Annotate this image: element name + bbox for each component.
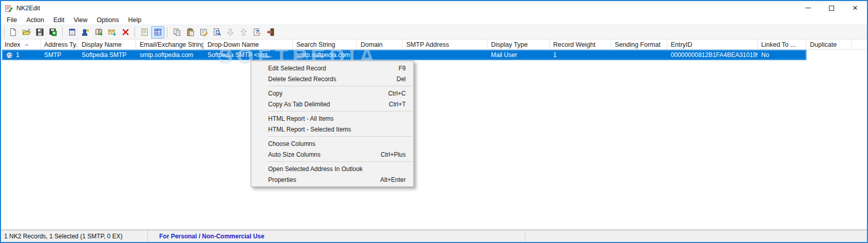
menu-edit[interactable]: Edit bbox=[49, 15, 69, 25]
nk2-record-icon bbox=[6, 51, 13, 59]
menu-bar: File Action Edit View Options Help bbox=[1, 15, 867, 25]
delete-records-button[interactable] bbox=[119, 26, 132, 39]
table-row[interactable]: 1 SMTP Softpedia SMTP smtp.softpedia.com… bbox=[2, 50, 806, 60]
column-header-sending-format[interactable]: Sending Format bbox=[611, 40, 667, 49]
menu-item-open-selected-address-in-outlook[interactable]: Open Selected Address In Outlook bbox=[251, 163, 413, 174]
menu-item-choose-columns[interactable]: Choose Columns bbox=[251, 138, 413, 149]
add-new-email-record-button[interactable] bbox=[105, 26, 119, 39]
toolbar-separator bbox=[62, 27, 63, 38]
menu-item-properties[interactable]: Properties Alt+Enter bbox=[251, 174, 413, 185]
window-title: NK2Edit bbox=[16, 5, 40, 12]
column-header-entryid[interactable]: EntryID bbox=[667, 40, 758, 49]
column-header-search-string[interactable]: Search String bbox=[293, 40, 357, 49]
cell-domain bbox=[357, 50, 403, 60]
menu-help[interactable]: Help bbox=[123, 15, 146, 25]
menu-item-copy-as-tab-delimited[interactable]: Copy As Tab Delimited Ctrl+T bbox=[251, 99, 413, 109]
grid-columns-button[interactable] bbox=[151, 26, 164, 39]
text-report-button[interactable] bbox=[138, 26, 151, 39]
find-button[interactable] bbox=[210, 26, 223, 39]
move-up-button[interactable] bbox=[237, 26, 250, 39]
column-header-index[interactable]: Index bbox=[1, 40, 41, 49]
column-label: Drop-Down Name bbox=[207, 41, 259, 48]
status-bar: 1 NK2 Records, 1 Selected (1 SMTP, 0 EX)… bbox=[1, 230, 867, 242]
column-header-domain[interactable]: Domain bbox=[357, 40, 403, 49]
cell-value: Mail User bbox=[491, 51, 517, 59]
envelope-plus-icon bbox=[108, 28, 117, 36]
menu-item-label: Auto Size Columns bbox=[268, 151, 320, 158]
cell-value: Softpedia SMTP <smt... bbox=[207, 51, 273, 59]
menu-item-shortcut: Alt+Enter bbox=[370, 176, 406, 183]
records-list: 1 SMTP Softpedia SMTP smtp.softpedia.com… bbox=[1, 50, 867, 230]
status-license-notice: For Personal / Non-Commercial Use bbox=[148, 230, 525, 242]
cell-search-string: smtp.softpedia.com bbox=[293, 50, 357, 60]
maximize-button[interactable] bbox=[820, 1, 843, 15]
column-label: Domain bbox=[361, 41, 383, 48]
cell-value: 00000000812B1FA4BEA310199D6E... bbox=[671, 51, 758, 59]
menu-item-auto-size-columns[interactable]: Auto Size Columns Ctrl+Plus bbox=[251, 149, 413, 160]
menu-item-delete-selected-records[interactable]: Delete Selected Records Del bbox=[251, 73, 413, 84]
minimize-icon bbox=[805, 8, 811, 8]
copy-button[interactable] bbox=[170, 26, 183, 39]
copy-icon bbox=[173, 28, 181, 36]
save-records-button[interactable] bbox=[46, 26, 60, 39]
new-file-button[interactable] bbox=[6, 26, 20, 39]
help-button[interactable]: ? bbox=[250, 26, 263, 39]
arrow-down-icon bbox=[226, 28, 235, 36]
paste-button[interactable] bbox=[183, 26, 197, 39]
move-down-button[interactable] bbox=[223, 26, 237, 39]
menu-action[interactable]: Action bbox=[22, 15, 49, 25]
column-header-linked-to[interactable]: Linked To ... bbox=[758, 40, 806, 49]
column-header-email-exchange-string[interactable]: Email/Exchange String bbox=[136, 40, 204, 49]
menu-item-shortcut: Ctrl+Plus bbox=[370, 151, 406, 158]
cell-display-type: Mail User bbox=[487, 50, 550, 60]
cell-email-exchange-string: smtp.softpedia.com bbox=[136, 50, 204, 60]
close-button[interactable]: ✕ bbox=[843, 1, 867, 15]
status-records-summary: 1 NK2 Records, 1 Selected (1 SMTP, 0 EX) bbox=[1, 230, 148, 242]
open-file-button[interactable] bbox=[20, 26, 33, 39]
menu-item-label: Copy As Tab Delimited bbox=[268, 101, 330, 108]
save-icon bbox=[35, 28, 44, 36]
exit-button[interactable] bbox=[263, 26, 277, 39]
menu-item-label: Open Selected Address In Outlook bbox=[268, 165, 363, 173]
column-label: Email/Exchange String bbox=[140, 41, 204, 48]
add-contact-icon bbox=[81, 28, 90, 36]
cell-value: Softpedia SMTP bbox=[82, 51, 126, 59]
record-form-icon bbox=[68, 28, 77, 36]
menu-item-label: Copy bbox=[268, 90, 282, 97]
cell-value: 1 bbox=[16, 51, 20, 59]
menu-options[interactable]: Options bbox=[92, 15, 123, 25]
menu-item-html-report-all-items[interactable]: HTML Report - All Items bbox=[251, 113, 413, 124]
toolbar-separator bbox=[167, 27, 167, 38]
menu-item-shortcut: F9 bbox=[388, 65, 406, 72]
menu-item-shortcut: Del bbox=[386, 76, 406, 83]
menu-item-copy[interactable]: Copy Ctrl+C bbox=[251, 88, 413, 99]
context-menu: Edit Selected Record F9 Delete Selected … bbox=[251, 61, 414, 187]
cell-entryid: 00000000812B1FA4BEA310199D6E... bbox=[667, 50, 758, 60]
menu-view[interactable]: View bbox=[69, 15, 92, 25]
column-header-display-name[interactable]: Display Name bbox=[78, 40, 136, 49]
app-window: NK2Edit ✕ File Action Edit View Options … bbox=[0, 0, 868, 243]
menu-item-shortcut: Ctrl+C bbox=[378, 90, 406, 97]
save-file-button[interactable] bbox=[33, 26, 46, 39]
edit-record-button[interactable] bbox=[197, 26, 210, 39]
menu-item-html-report-selected-items[interactable]: HTML Report - Selected Items bbox=[251, 124, 413, 135]
menu-file[interactable]: File bbox=[2, 15, 22, 25]
record-properties-button[interactable] bbox=[65, 26, 79, 39]
column-header-display-type[interactable]: Display Type bbox=[487, 40, 550, 49]
paste-icon bbox=[186, 28, 195, 36]
column-header-record-weight[interactable]: Record Weight bbox=[550, 40, 611, 49]
add-new-record-button[interactable] bbox=[79, 26, 92, 39]
menu-separator bbox=[268, 86, 412, 86]
cell-index: 1 bbox=[2, 50, 41, 60]
titlebar: NK2Edit ✕ bbox=[1, 1, 867, 15]
column-label: Display Type bbox=[491, 41, 527, 48]
add-records-from-file-button[interactable] bbox=[92, 26, 105, 39]
column-header-drop-down-name[interactable]: Drop-Down Name bbox=[204, 40, 293, 49]
menu-item-label: HTML Report - All Items bbox=[268, 115, 334, 122]
column-header-address-type[interactable]: Address Ty... bbox=[41, 40, 78, 49]
column-header-smtp-address[interactable]: SMTP Address bbox=[403, 40, 487, 49]
column-header-duplicate[interactable]: Duplicate bbox=[806, 40, 852, 49]
grid-table-icon bbox=[154, 28, 162, 36]
minimize-button[interactable] bbox=[796, 1, 820, 15]
menu-item-edit-selected-record[interactable]: Edit Selected Record F9 bbox=[251, 63, 413, 73]
